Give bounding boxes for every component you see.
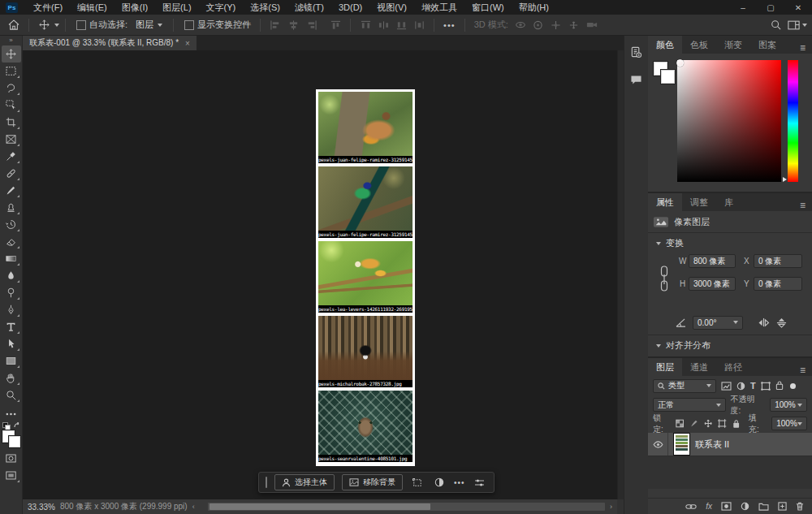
horizontal-scrollbar[interactable] [208, 503, 605, 511]
menu-help[interactable]: 帮助(H) [512, 0, 556, 15]
tool-crop[interactable] [2, 114, 21, 131]
link-layers-icon[interactable] [685, 503, 697, 510]
tool-clone-stamp[interactable] [2, 199, 21, 216]
tab-gradients[interactable]: 渐变 [716, 36, 750, 54]
tab-color[interactable]: 颜色 [648, 36, 682, 54]
canvas-area[interactable]: pexels-juan-felipe-ramirez-312591454-26.… [23, 50, 617, 499]
transform-collapse-icon[interactable] [656, 242, 661, 245]
delete-layer-icon[interactable] [796, 502, 804, 511]
adjustment-icon[interactable] [432, 476, 447, 489]
filter-adjustment-layers-icon[interactable] [736, 382, 745, 391]
tool-eyedropper[interactable] [2, 148, 21, 165]
distribute-bottom-icon[interactable] [392, 18, 410, 32]
tab-libraries[interactable]: 库 [716, 193, 741, 211]
fill-dropdown[interactable]: 100% [771, 417, 807, 430]
rotation-field[interactable]: 0.00° [693, 316, 743, 330]
maximize-button[interactable]: ▢ [757, 0, 784, 15]
new-group-icon[interactable] [758, 503, 769, 511]
tool-frame[interactable] [2, 131, 21, 148]
menu-plugins[interactable]: 增效工具 [414, 0, 464, 15]
menu-layer[interactable]: 图层(L) [155, 0, 198, 15]
filter-shape-layers-icon[interactable] [761, 382, 771, 391]
distribute-top-icon[interactable] [356, 18, 374, 32]
hue-slider-marker[interactable] [783, 177, 787, 182]
tool-lasso[interactable] [2, 80, 21, 97]
saturation-brightness-field[interactable] [677, 60, 781, 182]
add-layer-mask-icon[interactable] [721, 502, 732, 511]
color-cursor[interactable] [676, 59, 684, 67]
link-dimensions-icon[interactable] [658, 265, 671, 294]
hue-slider[interactable] [788, 60, 798, 182]
lock-transparency-icon[interactable] [676, 419, 684, 428]
tool-brush[interactable] [2, 182, 21, 199]
edit-toolbar-icon[interactable] [2, 405, 21, 422]
new-adjustment-layer-icon[interactable] [741, 502, 749, 511]
align-collapse-icon[interactable] [656, 344, 661, 348]
distribute-horizontal-centers-icon[interactable] [374, 18, 392, 32]
layer-thumbnail[interactable] [674, 434, 689, 455]
horizontal-scrollbar-thumb[interactable] [209, 503, 430, 510]
screen-mode-icon[interactable] [2, 467, 21, 484]
tool-blur[interactable] [2, 267, 21, 284]
toolbar-collapse-icon[interactable]: » [9, 37, 12, 44]
close-button[interactable]: ✕ [784, 0, 812, 15]
menu-filter[interactable]: 滤镜(T) [287, 0, 331, 15]
auto-select-target-dropdown[interactable]: 图层 [131, 17, 167, 32]
menu-window[interactable]: 窗口(W) [464, 0, 512, 15]
learn-panel-icon[interactable] [627, 42, 646, 62]
tab-properties[interactable]: 属性 [648, 193, 682, 211]
layer-row-contact-sheet[interactable]: 联系表 II [648, 433, 812, 456]
workspace-switcher-icon[interactable] [784, 18, 802, 32]
flip-vertical-icon[interactable] [776, 317, 787, 328]
align-horizontal-centers-icon[interactable] [284, 18, 302, 32]
zoom-level-value[interactable]: 33.33% [28, 503, 55, 512]
blend-mode-dropdown[interactable]: 正常 [653, 398, 726, 412]
tab-layers[interactable]: 图层 [648, 358, 682, 376]
minimize-button[interactable]: – [729, 0, 757, 15]
layer-filter-dropdown[interactable]: 类型 [653, 379, 716, 393]
tab-patterns[interactable]: 图案 [750, 36, 784, 54]
taskbar-properties-icon[interactable] [473, 476, 487, 489]
tool-rectangle[interactable] [2, 352, 21, 369]
tool-spot-healing-brush[interactable] [2, 165, 21, 182]
background-color-swatch[interactable] [9, 436, 20, 447]
lock-position-icon[interactable] [704, 419, 712, 428]
show-transform-checkbox[interactable] [184, 20, 194, 30]
tool-gradient[interactable] [2, 250, 21, 267]
menu-type[interactable]: 文字(Y) [199, 0, 244, 15]
transform-section-header[interactable]: 变换 [648, 233, 812, 253]
flip-horizontal-icon[interactable] [758, 317, 770, 327]
tool-path-selection[interactable] [2, 335, 21, 352]
auto-select-checkbox[interactable] [76, 20, 86, 30]
x-field[interactable]: 0 像素 [754, 254, 802, 268]
y-field[interactable]: 0 像素 [754, 277, 802, 291]
tool-eraser[interactable] [2, 233, 21, 250]
layer-effects-icon[interactable]: fx [706, 502, 712, 511]
opacity-dropdown[interactable]: 100% [770, 398, 807, 412]
home-icon[interactable] [5, 18, 23, 32]
tool-move[interactable] [2, 45, 21, 63]
move-tool-caret-icon[interactable] [54, 24, 59, 27]
layer-visibility-toggle[interactable] [648, 433, 668, 456]
tool-type[interactable] [2, 318, 21, 335]
swap-colors-icon[interactable] [14, 422, 21, 429]
default-colors-icon[interactable] [2, 422, 9, 429]
workspace-caret-icon[interactable] [802, 24, 807, 27]
menu-edit[interactable]: 编辑(E) [70, 0, 114, 15]
scroll-right-icon[interactable]: › [610, 503, 612, 511]
tab-adjustments[interactable]: 调整 [682, 193, 716, 211]
menu-select[interactable]: 选择(S) [243, 0, 287, 15]
panel-background-swatch[interactable] [661, 70, 675, 84]
menu-view[interactable]: 视图(V) [369, 0, 414, 15]
filter-smart-objects-icon[interactable] [775, 381, 784, 391]
menu-file[interactable]: 文件(F) [26, 0, 70, 15]
remove-background-button[interactable]: 移除背景 [342, 474, 403, 490]
layer-name[interactable]: 联系表 II [695, 438, 729, 451]
tab-paths[interactable]: 路径 [716, 358, 750, 376]
status-collapse-icon[interactable]: ‹ [192, 503, 195, 511]
height-field[interactable]: 3000 像素 [689, 277, 736, 291]
filter-toggle-icon[interactable] [790, 383, 796, 389]
align-top-edges-icon[interactable] [326, 18, 344, 32]
tool-zoom[interactable] [2, 387, 21, 404]
search-icon[interactable] [767, 18, 784, 32]
